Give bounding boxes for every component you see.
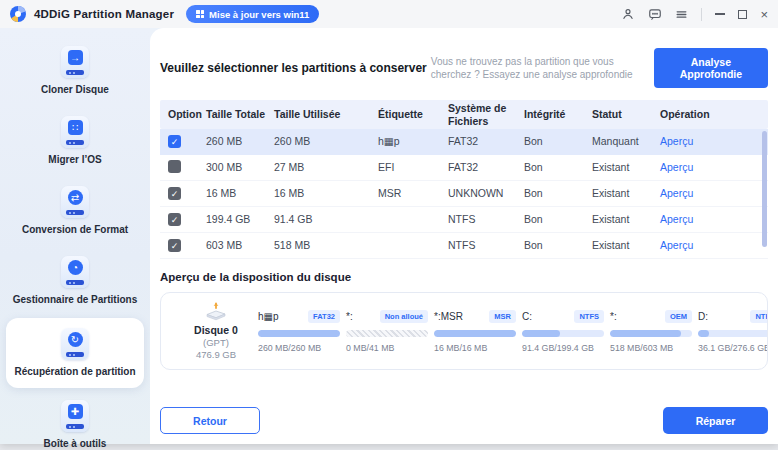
option-cell: ✓ (160, 135, 198, 149)
disk-size: 476.9 GB (196, 349, 236, 360)
partition-checkbox[interactable]: ✓ (168, 135, 181, 148)
disk-layout-title: Aperçu de la disposition du disque (160, 271, 768, 283)
feedback-icon[interactable] (648, 7, 662, 21)
partition-block[interactable]: *:Non alloué0 MB/41 MB (346, 309, 428, 353)
preview-link[interactable]: Aperçu (660, 187, 693, 199)
fs-cell: FAT32 (440, 161, 516, 173)
partition-block[interactable]: h▦pFAT32260 MB/260 MB (258, 309, 340, 353)
preview-link[interactable]: Aperçu (660, 135, 693, 147)
close-icon[interactable]: × (760, 8, 768, 21)
total-cell: 16 MB (198, 187, 266, 199)
maximize-icon[interactable] (738, 10, 747, 19)
deep-scan-button[interactable]: Analyse Approfondie (654, 48, 768, 88)
disk-icon (203, 302, 229, 323)
sidebar-item-migrate-os[interactable]: ∷Migrer l’OS (6, 108, 144, 174)
migrate-os-icon: ∷ (61, 116, 89, 148)
partition-usage-bar (698, 330, 768, 337)
operation-cell: Aperçu (652, 213, 768, 225)
status-cell: Existant (584, 239, 652, 251)
table-row: ✓199.4 GB91.4 GBNTFSBonExistantAperçu (160, 207, 768, 233)
upgrade-win11-label: Mise à jour vers win11 (209, 9, 309, 20)
page-header: Veuillez sélectionner les partitions à c… (160, 28, 768, 88)
sidebar: →Cloner Disque∷Migrer l’OS⇄Conversion de… (0, 28, 150, 444)
partition-block[interactable]: D:NTFS36.1 GB/276.6 GB (698, 309, 768, 353)
clone-disk-icon: → (61, 46, 89, 78)
page-title: Veuillez sélectionner les partitions à c… (160, 61, 427, 75)
label-cell: h▦p (370, 135, 440, 147)
sidebar-item-partition-manager[interactable]: ◔Gestionnaire de Partitions (6, 248, 144, 314)
partition-usage-bar (258, 330, 340, 337)
partition-recovery-icon: ↻ (61, 328, 89, 360)
partition-strip: h▦pFAT32260 MB/260 MB*:Non alloué0 MB/41… (258, 309, 768, 353)
total-cell: 603 MB (198, 239, 266, 251)
app-title: 4DDiG Partition Manager (34, 8, 174, 20)
minimize-icon[interactable] (715, 13, 725, 15)
partition-usage-text: 36.1 GB/276.6 GB (698, 343, 768, 353)
sidebar-item-label: Migrer l’OS (48, 154, 101, 166)
app-logo-icon (10, 6, 26, 22)
user-icon[interactable] (621, 7, 635, 21)
partition-checkbox[interactable]: ✓ (168, 187, 181, 200)
disk-name: Disque 0 (194, 324, 238, 336)
sidebar-item-label: Récupération de partition (14, 366, 135, 378)
sidebar-item-clone-disk[interactable]: →Cloner Disque (6, 38, 144, 104)
filesystem-badge: NTFS (750, 310, 768, 323)
windows-icon (196, 10, 204, 18)
upgrade-win11-button[interactable]: Mise à jour vers win11 (186, 5, 319, 23)
column-header: Option (160, 108, 198, 120)
sidebar-item-label: Boîte à outils (44, 438, 107, 450)
partition-usage-text: 260 MB/260 MB (258, 343, 340, 353)
partition-checkbox[interactable] (168, 160, 181, 173)
filesystem-badge: NTFS (574, 310, 604, 323)
used-cell: 260 MB (266, 135, 370, 147)
integrity-cell: Bon (516, 239, 584, 251)
option-cell (160, 160, 198, 175)
repair-button[interactable]: Réparer (663, 407, 768, 434)
table-header: OptionTaille TotaleTaille UtiliséeÉtique… (160, 100, 768, 129)
sidebar-item-toolbox[interactable]: ✚Boîte à outils (6, 392, 144, 450)
sidebar-item-format-conversion[interactable]: ⇄Conversion de Format (6, 178, 144, 244)
partition-block[interactable]: *:MSRMSR16 MB/16 MB (434, 309, 516, 353)
partition-block[interactable]: C:NTFS91.4 GB/199.4 GB (522, 309, 604, 353)
integrity-cell: Bon (516, 135, 584, 147)
partition-block[interactable]: *:OEM518 MB/603 MB (610, 309, 692, 353)
used-cell: 91.4 GB (266, 213, 370, 225)
column-header: Taille Totale (198, 108, 266, 120)
operation-cell: Aperçu (652, 187, 768, 199)
operation-cell: Aperçu (652, 161, 768, 173)
menu-icon[interactable] (675, 8, 688, 21)
partition-usage-text: 16 MB/16 MB (434, 343, 516, 353)
column-header: Intégrité (516, 108, 584, 120)
preview-link[interactable]: Aperçu (660, 213, 693, 225)
operation-cell: Aperçu (652, 135, 768, 147)
partition-table: OptionTaille TotaleTaille UtiliséeÉtique… (160, 100, 768, 259)
filesystem-badge: MSR (489, 310, 516, 323)
filesystem-badge: OEM (665, 310, 692, 323)
back-button[interactable]: Retour (160, 407, 260, 434)
preview-link[interactable]: Aperçu (660, 161, 693, 173)
total-cell: 260 MB (198, 135, 266, 147)
used-cell: 518 MB (266, 239, 370, 251)
partition-name: C: (522, 311, 532, 322)
status-cell: Existant (584, 213, 652, 225)
partition-checkbox[interactable]: ✓ (168, 239, 181, 252)
integrity-cell: Bon (516, 161, 584, 173)
column-header: Taille Utilisée (266, 108, 370, 120)
table-scrollbar[interactable] (762, 131, 767, 247)
sidebar-item-partition-recovery[interactable]: ↻Récupération de partition (6, 318, 144, 388)
disk-layout-card: Disque 0 (GPT) 476.9 GB h▦pFAT32260 MB/2… (160, 292, 768, 370)
sidebar-item-label: Gestionnaire de Partitions (13, 294, 137, 306)
filesystem-badge: Non alloué (380, 310, 428, 323)
table-body: ✓260 MB260 MBh▦pFAT32BonManquantAperçu30… (160, 129, 768, 259)
fs-cell: NTFS (440, 213, 516, 225)
preview-link[interactable]: Aperçu (660, 239, 693, 251)
partition-checkbox[interactable]: ✓ (168, 213, 181, 226)
partition-usage-bar (346, 330, 428, 337)
operation-cell: Aperçu (652, 239, 768, 251)
partition-name: *: (346, 311, 353, 322)
main-area: Veuillez sélectionner les partitions à c… (150, 28, 778, 444)
partition-usage-bar (434, 330, 516, 337)
used-cell: 16 MB (266, 187, 370, 199)
column-header: Étiquette (370, 108, 440, 120)
fs-cell: UNKNOWN (440, 187, 516, 199)
